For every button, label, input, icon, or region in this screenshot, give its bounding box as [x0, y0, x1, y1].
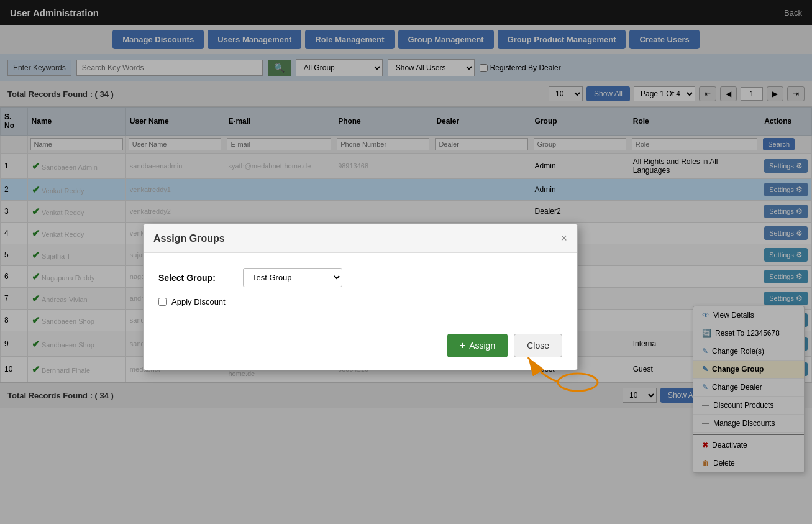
- modal-header: Assign Groups ×: [144, 224, 577, 253]
- group-select-modal[interactable]: Test Group Admin Dealer1 Dealer2 Guest: [243, 268, 342, 287]
- assign-groups-modal: Assign Groups × Select Group: Test Group…: [143, 224, 578, 370]
- close-modal-button[interactable]: Close: [514, 334, 562, 357]
- apply-discount-row: Apply Discount: [158, 297, 562, 306]
- select-group-label: Select Group:: [158, 273, 233, 283]
- modal-footer: + Assign Close: [144, 326, 577, 370]
- modal-body: Select Group: Test Group Admin Dealer1 D…: [144, 253, 577, 326]
- apply-discount-checkbox[interactable]: [158, 298, 167, 306]
- plus-icon: +: [460, 340, 465, 351]
- select-group-row: Select Group: Test Group Admin Dealer1 D…: [158, 268, 562, 287]
- modal-close-btn[interactable]: ×: [560, 232, 567, 245]
- modal-title: Assign Groups: [153, 233, 225, 244]
- apply-discount-label: Apply Discount: [171, 297, 226, 306]
- assign-button[interactable]: + Assign: [447, 334, 508, 357]
